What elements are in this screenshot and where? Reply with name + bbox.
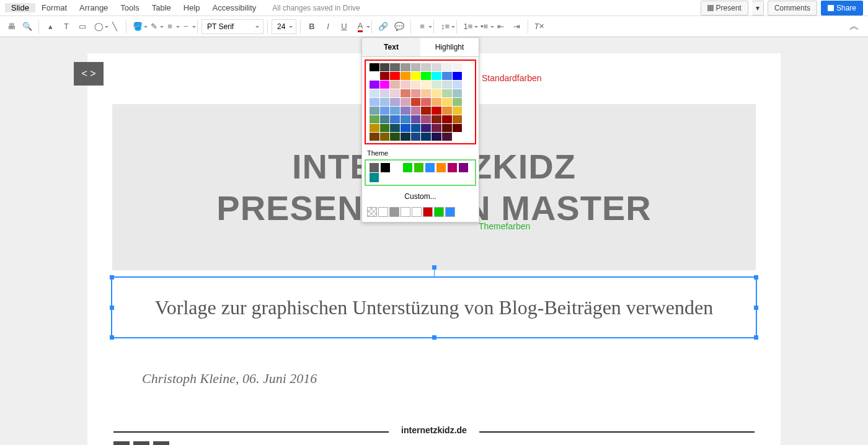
- custom-color-swatch[interactable]: [412, 207, 422, 217]
- color-swatch[interactable]: [453, 72, 463, 80]
- color-swatch[interactable]: [453, 81, 463, 89]
- color-swatch[interactable]: [421, 98, 431, 106]
- color-swatch[interactable]: [453, 107, 463, 115]
- color-swatch[interactable]: [442, 98, 452, 106]
- theme-color-swatch[interactable]: [448, 163, 457, 172]
- select-tool-icon[interactable]: ▴: [43, 19, 58, 34]
- color-swatch[interactable]: [421, 63, 431, 71]
- color-swatch[interactable]: [411, 115, 421, 123]
- color-swatch[interactable]: [432, 63, 441, 71]
- color-swatch[interactable]: [401, 63, 410, 71]
- color-swatch[interactable]: [442, 72, 452, 80]
- color-swatch[interactable]: [453, 89, 463, 97]
- indent-increase-button[interactable]: ⇥: [509, 19, 524, 34]
- color-swatch[interactable]: [380, 133, 390, 141]
- italic-button[interactable]: I: [321, 19, 335, 34]
- font-family-select[interactable]: PT Serif: [202, 19, 264, 34]
- color-swatch[interactable]: [380, 89, 390, 97]
- custom-color-swatch[interactable]: [389, 207, 399, 217]
- theme-color-swatch[interactable]: [370, 163, 379, 172]
- line-tool-icon[interactable]: ╲: [107, 19, 122, 34]
- menu-format[interactable]: Format: [35, 3, 73, 12]
- color-swatch[interactable]: [390, 133, 400, 141]
- line-dash-icon[interactable]: ┄: [179, 19, 193, 34]
- theme-color-swatch[interactable]: [392, 163, 401, 172]
- color-swatch[interactable]: [421, 89, 431, 97]
- color-swatch[interactable]: [411, 89, 421, 97]
- color-swatch[interactable]: [442, 133, 452, 141]
- theme-color-swatch[interactable]: [370, 173, 379, 182]
- line-weight-icon[interactable]: ≡: [162, 19, 177, 34]
- custom-color-swatch[interactable]: [401, 207, 410, 217]
- comment-button[interactable]: 💬: [392, 19, 407, 34]
- color-swatch[interactable]: [390, 107, 400, 115]
- color-swatch[interactable]: [432, 124, 441, 132]
- color-swatch[interactable]: [432, 115, 441, 123]
- color-swatch[interactable]: [370, 72, 379, 80]
- present-dropdown[interactable]: ▾: [752, 1, 764, 15]
- color-swatch[interactable]: [390, 98, 400, 106]
- color-swatch[interactable]: [442, 89, 452, 97]
- indent-decrease-button[interactable]: ⇤: [493, 19, 508, 34]
- resize-handle[interactable]: [110, 335, 114, 340]
- color-swatch[interactable]: [411, 133, 421, 141]
- color-swatch[interactable]: [432, 72, 441, 80]
- color-swatch[interactable]: [390, 89, 400, 97]
- print-icon[interactable]: 🖶: [4, 19, 19, 34]
- color-swatch[interactable]: [370, 63, 379, 71]
- color-swatch[interactable]: [390, 124, 400, 132]
- menu-help[interactable]: Help: [177, 3, 206, 12]
- bulleted-list-button[interactable]: •≡: [477, 19, 492, 34]
- color-swatch[interactable]: [453, 124, 463, 132]
- color-swatch[interactable]: [380, 81, 390, 89]
- color-swatch[interactable]: [390, 115, 400, 123]
- custom-color-swatch[interactable]: [423, 207, 433, 217]
- color-swatch[interactable]: [401, 124, 410, 132]
- color-swatch[interactable]: [390, 72, 400, 80]
- comments-button[interactable]: Comments: [768, 1, 817, 15]
- color-swatch[interactable]: [390, 81, 400, 89]
- color-swatch[interactable]: [411, 107, 421, 115]
- present-button[interactable]: Present: [701, 1, 748, 15]
- custom-color-swatch[interactable]: [445, 207, 455, 217]
- color-swatch[interactable]: [421, 133, 431, 141]
- color-swatch[interactable]: [421, 107, 431, 115]
- color-swatch[interactable]: [390, 63, 400, 71]
- color-swatch[interactable]: [442, 107, 452, 115]
- color-swatch[interactable]: [432, 89, 441, 97]
- color-swatch[interactable]: [401, 81, 410, 89]
- color-swatch[interactable]: [370, 107, 379, 115]
- theme-color-swatch[interactable]: [403, 163, 412, 172]
- clear-formatting-button[interactable]: T✕: [532, 19, 547, 34]
- textbox-tool-icon[interactable]: T: [59, 19, 74, 34]
- color-swatch[interactable]: [401, 72, 410, 80]
- color-swatch[interactable]: [453, 63, 463, 71]
- resize-handle[interactable]: [754, 335, 758, 340]
- color-swatch[interactable]: [380, 98, 390, 106]
- color-swatch[interactable]: [401, 98, 410, 106]
- theme-color-swatch[interactable]: [414, 163, 423, 172]
- menu-accessibility[interactable]: Accessibility: [206, 3, 263, 12]
- color-swatch[interactable]: [370, 115, 379, 123]
- theme-color-swatch[interactable]: [459, 163, 468, 172]
- color-swatch[interactable]: [432, 107, 441, 115]
- color-swatch[interactable]: [421, 115, 431, 123]
- color-swatch[interactable]: [442, 115, 452, 123]
- color-swatch[interactable]: [411, 81, 421, 89]
- color-swatch[interactable]: [380, 124, 390, 132]
- line-spacing-button[interactable]: ↕≡: [438, 19, 453, 34]
- subtitle-textbox[interactable]: Vorlage zur graphischen Unterstüzung von…: [111, 276, 757, 338]
- resize-handle[interactable]: [754, 275, 758, 280]
- menu-table[interactable]: Table: [146, 3, 177, 12]
- color-swatch[interactable]: [421, 124, 431, 132]
- menu-tools[interactable]: Tools: [114, 3, 145, 12]
- line-color-icon[interactable]: ✎: [146, 19, 161, 34]
- color-swatch[interactable]: [370, 133, 379, 141]
- color-swatch[interactable]: [442, 124, 452, 132]
- color-swatch[interactable]: [411, 98, 421, 106]
- custom-color-swatch[interactable]: [434, 207, 444, 217]
- menu-arrange[interactable]: Arrange: [73, 3, 114, 12]
- color-swatch[interactable]: [370, 98, 379, 106]
- color-swatch[interactable]: [401, 107, 410, 115]
- custom-color-button[interactable]: Custom...: [362, 188, 479, 205]
